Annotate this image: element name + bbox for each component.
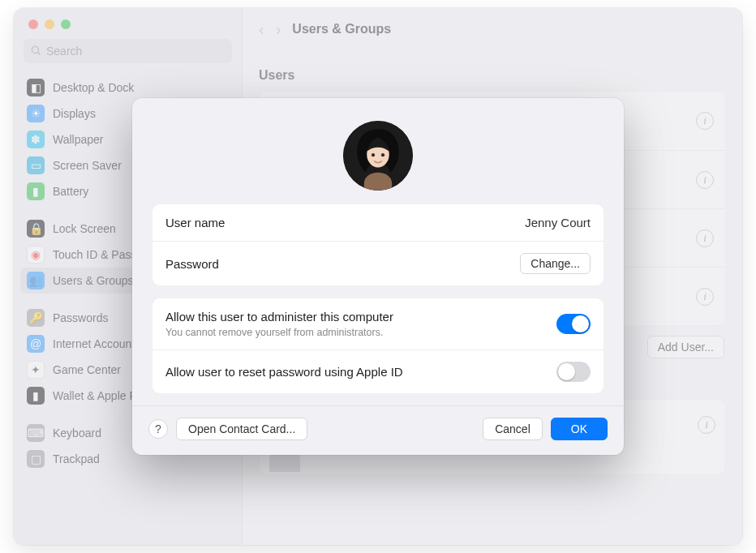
touch-id-icon: ◉ xyxy=(27,246,45,264)
cancel-button[interactable]: Cancel xyxy=(483,418,543,440)
screen-saver-icon: ▭ xyxy=(27,156,45,174)
sidebar-item-label: Trackpad xyxy=(53,452,100,465)
sidebar-item-label: Users & Groups xyxy=(53,274,134,287)
nav-forward-button[interactable]: › xyxy=(276,20,281,39)
add-user-button[interactable]: Add User... xyxy=(647,336,724,358)
info-icon[interactable]: i xyxy=(696,229,714,247)
svg-line-1 xyxy=(37,52,40,54)
minimize-window-button[interactable] xyxy=(45,19,54,29)
internet-accounts-icon: @ xyxy=(27,335,45,353)
sidebar-item-label: Internet Accounts xyxy=(53,337,140,350)
wallet-icon: ▮ xyxy=(27,387,45,405)
sidebar-item-label: Passwords xyxy=(53,311,108,324)
reset-appleid-toggle[interactable] xyxy=(556,362,591,382)
admin-label: Allow this user to administer this compu… xyxy=(165,310,556,324)
close-window-button[interactable] xyxy=(28,19,38,29)
battery-icon: ▮ xyxy=(27,182,45,200)
sidebar-item-label: Desktop & Dock xyxy=(53,81,134,94)
ok-button[interactable]: OK xyxy=(551,418,608,440)
lock-screen-icon: 🔒 xyxy=(27,220,45,238)
change-password-button[interactable]: Change... xyxy=(520,253,591,274)
open-contact-card-button[interactable]: Open Contact Card... xyxy=(176,418,307,440)
group-icon xyxy=(269,452,300,472)
zoom-window-button[interactable] xyxy=(61,19,71,29)
sidebar-item-desktop-dock[interactable]: ◧Desktop & Dock xyxy=(20,75,235,101)
search-input[interactable]: Search xyxy=(24,39,232,63)
system-settings-window: Search ◧Desktop & Dock ☀Displays ✽Wallpa… xyxy=(14,8,742,545)
info-icon[interactable]: i xyxy=(698,416,715,434)
svg-point-6 xyxy=(381,153,384,156)
sidebar-item-label: Keyboard xyxy=(53,427,101,439)
nav-back-button[interactable]: ‹ xyxy=(259,20,264,39)
admin-note: You cannot remove yourself from administ… xyxy=(165,327,556,338)
sidebar-item-label: Displays xyxy=(53,107,96,120)
keyboard-icon: ⌨ xyxy=(27,424,45,442)
reset-appleid-row: Allow user to reset password using Apple… xyxy=(152,349,604,393)
users-groups-icon: 👥 xyxy=(27,272,45,289)
username-row: User name Jenny Court xyxy=(152,204,604,241)
displays-icon: ☀ xyxy=(27,105,45,122)
wallpaper-icon: ✽ xyxy=(27,131,45,148)
admin-toggle[interactable] xyxy=(556,314,591,334)
svg-point-5 xyxy=(372,153,375,156)
search-placeholder: Search xyxy=(46,45,82,58)
info-icon[interactable]: i xyxy=(696,112,714,130)
sidebar-item-label: Lock Screen xyxy=(53,222,116,235)
sidebar-item-label: Wallpaper xyxy=(53,133,104,146)
sidebar-item-label: Battery xyxy=(53,185,88,198)
game-center-icon: ✦ xyxy=(27,361,45,379)
search-icon xyxy=(30,45,41,58)
user-avatar[interactable] xyxy=(343,121,413,191)
users-heading: Users xyxy=(259,68,726,83)
sidebar-item-label: Screen Saver xyxy=(53,159,122,172)
password-row: Password Change... xyxy=(152,241,604,285)
password-label: Password xyxy=(165,257,520,271)
sidebar-item-label: Game Center xyxy=(53,363,121,376)
page-title: Users & Groups xyxy=(292,22,391,36)
user-details-dialog: User name Jenny Court Password Change...… xyxy=(132,98,624,455)
help-button[interactable]: ? xyxy=(148,419,168,439)
info-icon[interactable]: i xyxy=(696,171,714,189)
trackpad-icon: ▢ xyxy=(27,450,45,468)
user-permissions-card: Allow this user to administer this compu… xyxy=(152,298,604,394)
reset-appleid-label: Allow user to reset password using Apple… xyxy=(165,365,556,379)
username-label: User name xyxy=(165,216,525,229)
desktop-icon: ◧ xyxy=(27,79,45,96)
user-identity-card: User name Jenny Court Password Change... xyxy=(152,204,604,286)
username-value: Jenny Court xyxy=(525,216,591,229)
window-controls xyxy=(14,8,242,39)
svg-point-0 xyxy=(32,46,38,53)
admin-row: Allow this user to administer this compu… xyxy=(152,298,604,349)
info-icon[interactable]: i xyxy=(696,288,714,306)
passwords-icon: 🔑 xyxy=(27,309,45,327)
